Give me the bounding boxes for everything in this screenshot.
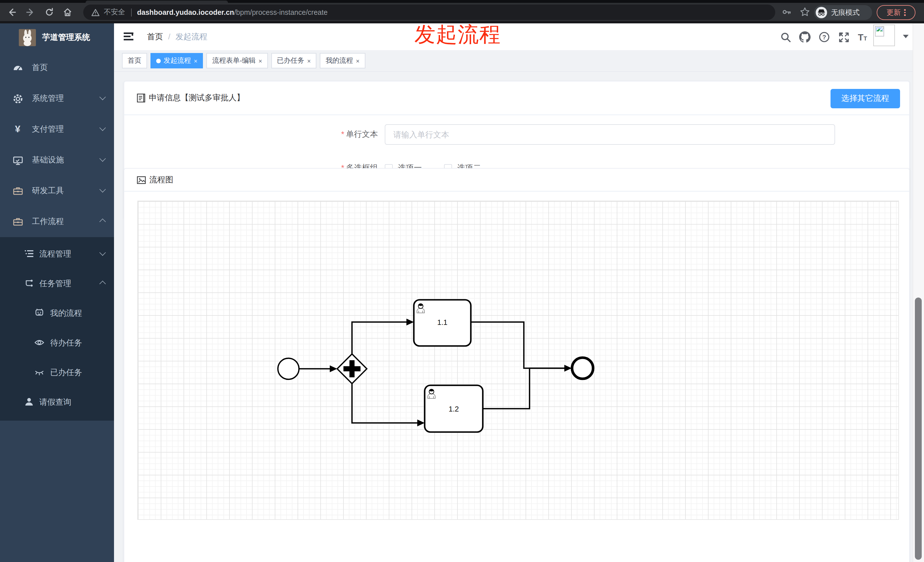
select-other-process-button[interactable]: 选择其它流程 [831,89,900,108]
active-dot-icon [156,58,161,63]
svg-text:T: T [864,35,867,42]
sidebar-item-label: 请假查询 [39,397,71,408]
browser-menu-icon[interactable] [904,9,906,16]
incognito-badge: 无痕模式 [814,5,872,20]
url-bar[interactable]: 不安全 dashboard.yudao.iocoder.cn/bpm/proce… [83,4,775,20]
app-logo-row[interactable]: 芋道管理系统 [0,23,114,52]
sidebar-item-devtools[interactable]: 研发工具 [0,175,114,206]
start-event-node[interactable] [278,358,299,379]
eye-closed-icon [34,367,45,379]
breadcrumb-home[interactable]: 首页 [147,32,163,42]
tab-start-process[interactable]: 发起流程 × [150,53,203,68]
bpmn-canvas[interactable]: 1.1 1.2 [137,201,899,520]
url-host: dashboard.yudao.iocoder.cn [137,8,234,16]
chevron-down-icon [99,124,106,131]
document-icon [137,93,146,103]
home-icon[interactable] [60,5,74,19]
chevron-down-icon [99,249,106,256]
sidebar-item-leave-query[interactable]: 请假查询 [0,388,114,417]
apply-info-header: 申请信息【测试多审批人】 [124,81,909,115]
browser-tabstrip [0,0,924,3]
sidebar-item-payment[interactable]: ¥ 支付管理 [0,114,114,145]
sidebar-item-label: 研发工具 [32,186,64,196]
picture-icon [137,176,146,184]
tab-label: 已办任务 [277,56,304,66]
chevron-up-icon [99,281,106,287]
task-label: 1.1 [437,318,447,327]
end-event-node[interactable] [572,358,593,379]
list-tree-icon [24,248,34,260]
plus-icon [350,360,354,377]
sidebar-item-label: 流程管理 [39,249,71,259]
tab-label: 发起流程 [164,56,191,66]
user-task-node-1-1[interactable]: 1.1 [414,300,471,346]
omnibox-separator [131,8,131,16]
sidebar-item-workflow[interactable]: 工作流程 [0,206,114,237]
back-icon[interactable] [4,5,18,19]
sidebar: 芋道管理系统 首页 系统管理 ¥ 支付管理 [0,23,114,562]
not-secure-icon [91,8,100,16]
browser-chrome: 不安全 dashboard.yudao.iocoder.cn/bpm/proce… [0,0,924,23]
forward-icon[interactable] [23,5,37,19]
scrollbar-thumb[interactable] [915,298,922,560]
close-icon[interactable]: × [356,57,360,64]
sidebar-item-todo-tasks[interactable]: 待办任务 [0,328,114,358]
sidebar-item-label: 首页 [32,63,48,73]
browser-tab[interactable] [86,1,228,3]
user-task-node-1-2[interactable]: 1.2 [424,385,483,432]
reload-icon[interactable] [42,5,56,19]
chevron-down-icon [99,155,106,162]
monitor-icon [12,154,23,166]
parallel-gateway-node[interactable] [337,354,367,384]
font-size-icon[interactable]: TT [856,30,870,44]
app-logo-avatar [19,29,36,46]
update-button[interactable]: 更新 [877,5,915,20]
avatar-caret-icon[interactable] [903,35,909,38]
sidebar-menu: 首页 系统管理 ¥ 支付管理 基础设施 [0,52,114,237]
sidebar-submenu: 流程管理 任务管理 我的流程 待办任务 [0,237,114,421]
security-label: 不安全 [104,7,125,17]
svg-text:T: T [858,32,864,42]
github-icon[interactable] [798,30,812,44]
toolbox-icon [12,185,23,196]
sidebar-item-label: 已办任务 [50,368,82,378]
sidebar-item-infra[interactable]: 基础设施 [0,145,114,175]
user-icon [24,396,34,408]
bookmark-star-icon[interactable] [798,5,812,19]
help-icon[interactable]: ? [818,30,831,44]
svg-text:?: ? [822,34,826,41]
tab-done-tasks[interactable]: 已办任务 × [272,53,316,68]
sidebar-item-home[interactable]: 首页 [0,52,114,83]
sidebar-fold-icon[interactable] [123,32,134,43]
fullscreen-icon[interactable] [837,30,850,44]
sidebar-item-label: 工作流程 [32,217,64,227]
sidebar-item-system[interactable]: 系统管理 [0,83,114,114]
search-icon[interactable] [778,30,792,44]
avatar[interactable] [873,24,895,46]
single-line-text-input[interactable] [385,124,835,145]
close-icon[interactable]: × [194,57,198,64]
url-path: /bpm/process-instance/create [234,8,327,16]
tab-my-process[interactable]: 我的流程 × [320,53,365,68]
dashboard-icon [12,62,23,73]
bpmn-diagram: 1.1 1.2 [138,201,900,520]
chevron-down-icon [99,94,106,100]
sidebar-item-done-tasks[interactable]: 已办任务 [0,358,114,388]
key-icon[interactable] [780,5,794,19]
incognito-label: 无痕模式 [831,8,860,17]
page: 不安全 dashboard.yudao.iocoder.cn/bpm/proce… [0,0,924,562]
eye-icon [34,337,45,349]
sidebar-item-label: 待办任务 [50,338,82,348]
close-icon[interactable]: × [258,57,262,64]
breadcrumb-separator: / [168,32,170,42]
field-label-text: *单行文本 [241,129,378,139]
card-title: 流程图 [149,175,173,185]
tab-label: 首页 [128,56,141,66]
sidebar-item-process-mgmt[interactable]: 流程管理 [0,240,114,269]
sidebar-item-task-mgmt[interactable]: 任务管理 [0,269,114,299]
robot-face-icon [34,307,45,319]
sidebar-item-my-process[interactable]: 我的流程 [0,299,114,328]
tab-home[interactable]: 首页 [122,53,147,68]
tab-form-edit[interactable]: 流程表单-编辑 × [207,53,268,68]
close-icon[interactable]: × [307,57,311,64]
